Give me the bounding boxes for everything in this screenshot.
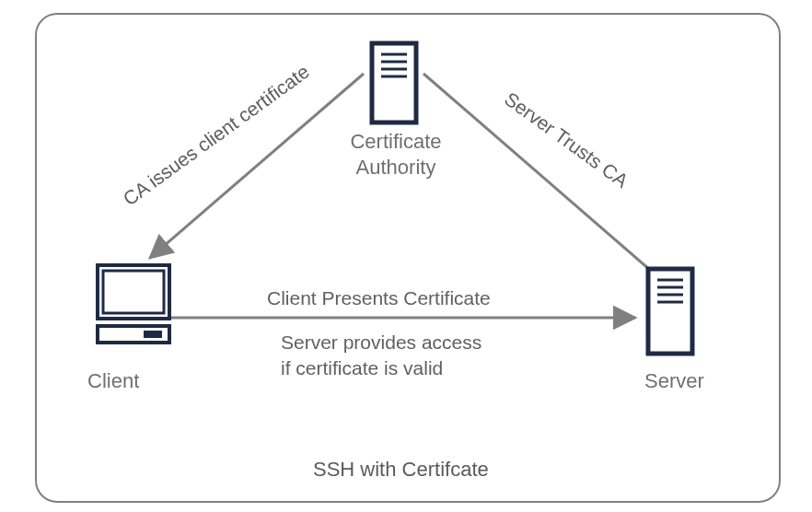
edge-label-access1: Server provides access: [281, 332, 481, 354]
svg-rect-6: [103, 271, 164, 313]
ca-label-line1: Certificate: [350, 130, 441, 153]
ca-label-line2: Authority: [356, 156, 436, 179]
client-label: Client: [87, 368, 161, 394]
svg-rect-8: [144, 331, 162, 338]
diagram-title: SSH with Certifcate: [313, 458, 489, 482]
svg-rect-9: [648, 269, 692, 354]
edge-label-access2: if certificate is valid: [281, 357, 443, 379]
client-icon: [90, 260, 182, 352]
edge-label-present: Client Presents Certificate: [267, 287, 491, 309]
certificate-authority-icon: [366, 41, 422, 124]
ca-label: Certificate Authority: [341, 129, 451, 180]
server-icon: [643, 267, 698, 355]
server-label: Server: [644, 368, 718, 394]
